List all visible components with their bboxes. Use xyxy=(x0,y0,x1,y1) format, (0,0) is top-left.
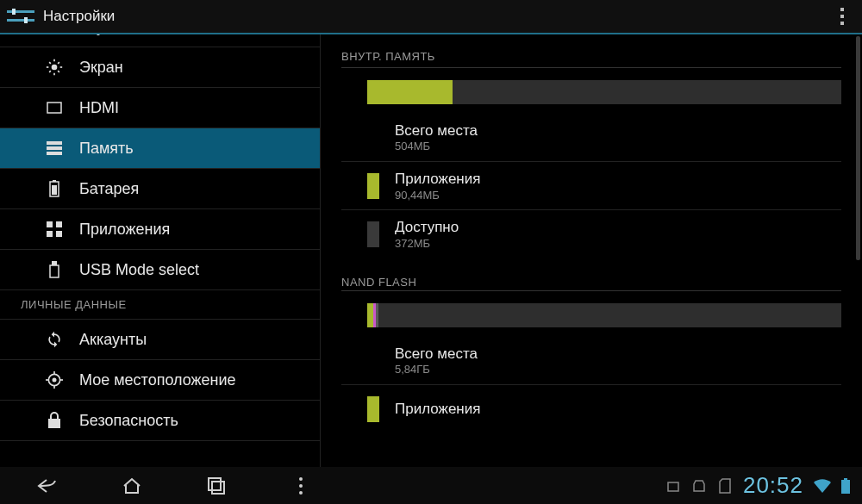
storage-bar-nand[interactable] xyxy=(341,295,841,336)
svg-rect-19 xyxy=(52,185,57,195)
home-button[interactable] xyxy=(119,475,145,497)
svg-line-12 xyxy=(58,62,59,64)
row-value: 90,44МБ xyxy=(395,189,480,202)
svg-rect-34 xyxy=(212,482,224,494)
storage-row-nand-apps[interactable]: Приложения xyxy=(341,384,841,432)
settings-sliders-icon xyxy=(7,8,34,25)
sidebar-item-hdmi[interactable]: HDMI xyxy=(0,88,320,128)
recent-apps-button[interactable] xyxy=(203,475,229,497)
navigation-bar: 20:52 xyxy=(0,467,862,504)
row-value: 5,84ГБ xyxy=(395,363,478,376)
sidebar-item-battery[interactable]: Батарея xyxy=(0,169,320,209)
svg-rect-13 xyxy=(47,103,61,113)
bar-segment xyxy=(376,303,378,327)
swatch-apps xyxy=(367,173,379,199)
storage-row-nand-total[interactable]: Всего места 5,84ГБ xyxy=(341,336,841,384)
sidebar-section-personal: ЛИЧНЫЕ ДАННЫЕ xyxy=(0,290,320,320)
location-icon xyxy=(45,370,64,389)
status-battery-icon[interactable] xyxy=(841,478,850,494)
row-label: Всего места xyxy=(395,345,478,363)
usb-icon xyxy=(45,260,64,279)
brightness-icon xyxy=(45,58,64,77)
svg-rect-40 xyxy=(841,480,850,494)
sidebar-item-label: USB Mode select xyxy=(79,261,199,279)
status-clock[interactable]: 20:52 xyxy=(743,472,803,499)
svg-line-11 xyxy=(49,71,51,72)
svg-point-4 xyxy=(52,65,58,71)
svg-point-36 xyxy=(299,484,303,488)
svg-point-37 xyxy=(299,491,303,495)
storage-icon xyxy=(45,139,64,158)
svg-rect-33 xyxy=(209,478,221,490)
sidebar-item-sound[interactable]: Звук xyxy=(0,34,320,47)
svg-rect-21 xyxy=(56,221,62,227)
swatch-available xyxy=(367,221,379,247)
row-label: Доступно xyxy=(395,218,459,236)
svg-rect-38 xyxy=(668,482,678,491)
overflow-menu-icon[interactable] xyxy=(834,6,850,27)
row-value: 372МБ xyxy=(395,237,459,250)
sync-icon xyxy=(45,330,64,349)
svg-rect-23 xyxy=(56,231,62,237)
swatch-apps xyxy=(367,396,379,422)
apps-icon xyxy=(45,220,64,239)
sidebar-item-display[interactable]: Экран xyxy=(0,47,320,88)
lock-icon xyxy=(45,411,64,430)
svg-rect-0 xyxy=(7,10,34,13)
svg-rect-22 xyxy=(47,231,53,237)
sidebar-item-label: HDMI xyxy=(79,99,119,117)
row-label: Приложения xyxy=(395,400,480,418)
sidebar-item-label: Приложения xyxy=(79,221,170,239)
swatch-none xyxy=(367,347,379,373)
download-icon[interactable] xyxy=(691,478,707,494)
back-button[interactable] xyxy=(34,475,60,497)
svg-line-9 xyxy=(49,62,51,64)
hdmi-icon xyxy=(45,98,64,117)
sidebar-item-security[interactable]: Безопасность xyxy=(0,401,320,441)
row-value: 504МБ xyxy=(395,140,478,152)
sound-icon xyxy=(45,34,64,36)
row-label: Приложения xyxy=(395,170,480,188)
wifi-icon[interactable] xyxy=(814,479,831,493)
storage-row-total[interactable]: Всего места 504МБ xyxy=(341,113,841,161)
bar-segment-apps xyxy=(367,80,453,104)
svg-rect-32 xyxy=(48,419,60,428)
bar-segment xyxy=(367,303,373,327)
svg-point-26 xyxy=(53,378,57,383)
svg-rect-16 xyxy=(47,152,62,155)
sidebar-item-apps[interactable]: Приложения xyxy=(0,209,320,250)
sidebar-item-location[interactable]: Мое местоположение xyxy=(0,360,320,401)
row-label: Всего места xyxy=(395,121,478,140)
sidebar-item-label: Батарея xyxy=(79,180,139,198)
sidebar-item-label: Экран xyxy=(79,59,123,77)
svg-rect-2 xyxy=(7,19,34,22)
app-title: Настройки xyxy=(43,8,115,25)
panel-header-nand: NAND FLASH xyxy=(341,258,841,290)
storage-row-apps[interactable]: Приложения 90,44МБ xyxy=(341,161,841,209)
settings-sidebar: Звук Экран HDMI Память Батарея Приложени… xyxy=(0,34,321,467)
sidebar-item-storage[interactable]: Память xyxy=(0,128,320,169)
storage-bar-internal[interactable] xyxy=(341,72,841,113)
sidebar-item-label: Аккаунты xyxy=(79,331,147,349)
svg-rect-15 xyxy=(47,146,62,150)
svg-rect-25 xyxy=(50,265,59,277)
svg-line-10 xyxy=(58,71,59,72)
swatch-none xyxy=(367,124,379,150)
menu-button[interactable] xyxy=(288,475,314,497)
notification-icon[interactable] xyxy=(665,478,681,494)
storage-row-available[interactable]: Доступно 372МБ xyxy=(341,209,841,258)
sidebar-item-label: Мое местоположение xyxy=(79,371,236,389)
sidebar-item-label: Память xyxy=(79,140,134,158)
sidebar-item-accounts[interactable]: Аккаунты xyxy=(0,320,320,360)
sidebar-item-label: Звук xyxy=(79,34,111,36)
sdcard-icon[interactable] xyxy=(717,478,733,494)
sidebar-item-usb[interactable]: USB Mode select xyxy=(0,250,320,290)
action-bar: Настройки xyxy=(0,0,862,33)
svg-rect-20 xyxy=(47,221,53,227)
svg-rect-14 xyxy=(47,141,62,145)
sidebar-item-label: Безопасность xyxy=(79,412,178,430)
svg-point-35 xyxy=(299,477,303,481)
panel-header-internal: ВНУТР. ПАМЯТЬ xyxy=(341,34,841,67)
svg-rect-1 xyxy=(12,9,16,15)
storage-content: ВНУТР. ПАМЯТЬ Всего места 504МБ Приложен… xyxy=(321,34,862,467)
